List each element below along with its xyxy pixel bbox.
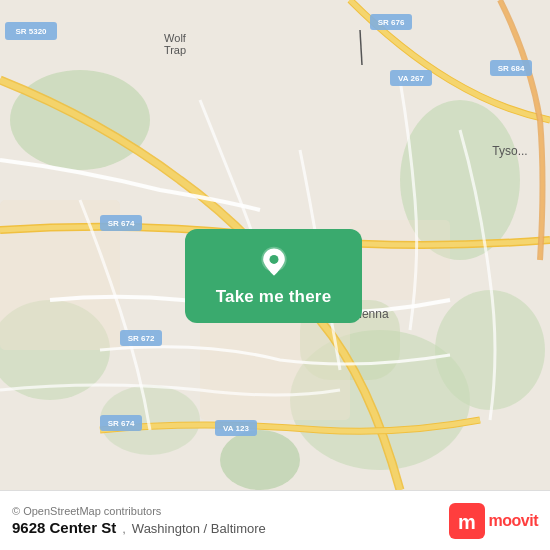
svg-text:SR 674: SR 674 <box>108 419 135 428</box>
address-container: © OpenStreetMap contributors 9628 Center… <box>12 505 266 536</box>
address-sub: Washington / Baltimore <box>132 521 266 536</box>
moovit-logo: m moovit <box>449 503 538 539</box>
address-separator: , <box>122 521 126 536</box>
svg-text:Wolf: Wolf <box>164 32 187 44</box>
take-me-there-button[interactable]: Take me there <box>185 229 362 323</box>
svg-text:SR 676: SR 676 <box>378 18 405 27</box>
moovit-logo-icon: m <box>449 503 485 539</box>
svg-text:Tyso...: Tyso... <box>492 144 527 158</box>
button-label: Take me there <box>216 287 332 307</box>
svg-point-5 <box>220 430 300 490</box>
svg-point-7 <box>435 290 545 410</box>
svg-text:Trap: Trap <box>164 44 186 56</box>
map-view: SR 5320 SR 676 VA 267 SR 684 SR 674 SR 6… <box>0 0 550 490</box>
svg-text:SR 5320: SR 5320 <box>15 27 47 36</box>
svg-text:m: m <box>458 511 476 533</box>
location-pin-icon <box>256 245 292 281</box>
svg-point-35 <box>269 255 278 264</box>
attribution-text: © OpenStreetMap contributors <box>12 505 266 517</box>
bottom-bar: © OpenStreetMap contributors 9628 Center… <box>0 490 550 550</box>
address-main: 9628 Center St <box>12 519 116 536</box>
svg-text:SR 684: SR 684 <box>498 64 525 73</box>
svg-text:VA 267: VA 267 <box>398 74 424 83</box>
moovit-text: moovit <box>489 512 538 530</box>
svg-text:VA 123: VA 123 <box>223 424 249 433</box>
svg-text:SR 674: SR 674 <box>108 219 135 228</box>
svg-text:SR 672: SR 672 <box>128 334 155 343</box>
svg-rect-11 <box>350 220 450 300</box>
